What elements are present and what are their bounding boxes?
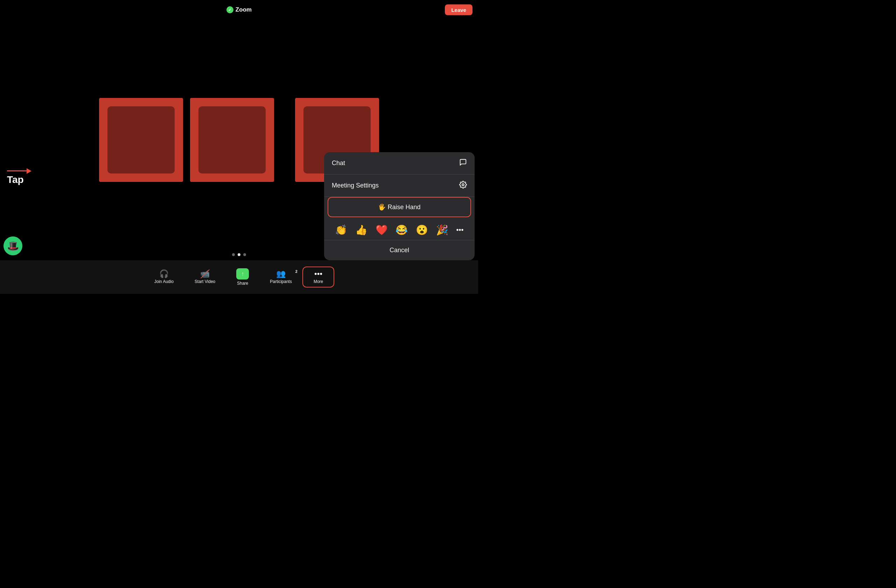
reaction-laugh[interactable]: 😂: [396, 224, 408, 236]
video-slash: [201, 269, 210, 278]
more-icon: •••: [314, 270, 322, 278]
join-audio-label: Join Audio: [154, 279, 174, 284]
participants-icon: 👥: [276, 270, 286, 278]
reaction-clap[interactable]: 👏: [335, 224, 347, 236]
raise-hand-button[interactable]: 🖐 Raise Hand: [328, 197, 471, 217]
top-bar: ✓ Zoom Leave: [0, 0, 478, 20]
avatar-emoji: 🎩: [7, 240, 19, 252]
cancel-button[interactable]: Cancel: [324, 240, 475, 260]
participants-count: 2: [296, 269, 297, 273]
chat-label: Chat: [332, 160, 345, 167]
settings-icon: [459, 181, 467, 190]
participants-button[interactable]: 2 👥 Participants: [259, 267, 302, 287]
video-tile-2-inner: [190, 98, 274, 182]
zoom-label: Zoom: [236, 6, 251, 13]
reaction-wow[interactable]: 😮: [416, 224, 428, 236]
zoom-title: ✓ Zoom: [227, 6, 251, 13]
share-button[interactable]: ↑ Share: [226, 266, 259, 289]
chat-icon: [459, 158, 467, 168]
dot-2: [238, 253, 241, 256]
start-video-label: Start Video: [195, 279, 215, 284]
arrow-line: [7, 170, 28, 172]
share-icon: ↑: [236, 268, 249, 280]
reaction-party[interactable]: 🎉: [436, 224, 448, 236]
meeting-settings-menu-item[interactable]: Meeting Settings: [324, 175, 475, 197]
reaction-more-button[interactable]: •••: [456, 226, 464, 234]
video-tile-1-inner: [99, 98, 183, 182]
shield-icon: ✓: [227, 6, 233, 13]
user-avatar: 🎩: [3, 237, 23, 255]
meeting-settings-label: Meeting Settings: [332, 182, 379, 189]
dot-1: [232, 253, 235, 256]
start-video-button[interactable]: 📹 Start Video: [184, 267, 226, 287]
video-tile-2: [190, 98, 274, 182]
reactions-row: 👏 👍 ❤️ 😂 😮 🎉 •••: [324, 220, 475, 240]
bottom-toolbar: 🎧 Join Audio 📹 Start Video ↑ Share 2 👥 P…: [0, 260, 478, 294]
share-label: Share: [237, 281, 248, 286]
reaction-thumbsup[interactable]: 👍: [355, 224, 367, 236]
tap-annotation: Tap: [7, 170, 28, 185]
chat-menu-item[interactable]: Chat: [324, 152, 475, 175]
audio-icon: 🎧: [159, 270, 169, 278]
face-silhouette-1: [107, 106, 175, 173]
raise-hand-label: 🖐 Raise Hand: [378, 203, 421, 211]
participants-label: Participants: [270, 279, 292, 284]
leave-button[interactable]: Leave: [445, 5, 472, 15]
dot-3: [243, 253, 246, 256]
video-icon: 📹: [200, 270, 210, 278]
more-button[interactable]: ••• More: [302, 267, 334, 287]
dots-indicator: [232, 253, 246, 256]
cancel-label: Cancel: [390, 247, 409, 254]
tap-arrow: [7, 170, 28, 172]
reaction-heart[interactable]: ❤️: [376, 224, 388, 236]
tap-label: Tap: [7, 174, 24, 185]
more-menu: Chat Meeting Settings 🖐 Raise Hand 👏 👍 ❤…: [324, 152, 475, 260]
face-silhouette-2: [198, 106, 266, 173]
join-audio-button[interactable]: 🎧 Join Audio: [144, 267, 184, 287]
video-tile-1: [99, 98, 183, 182]
more-label: More: [314, 279, 323, 284]
svg-point-0: [462, 184, 464, 186]
